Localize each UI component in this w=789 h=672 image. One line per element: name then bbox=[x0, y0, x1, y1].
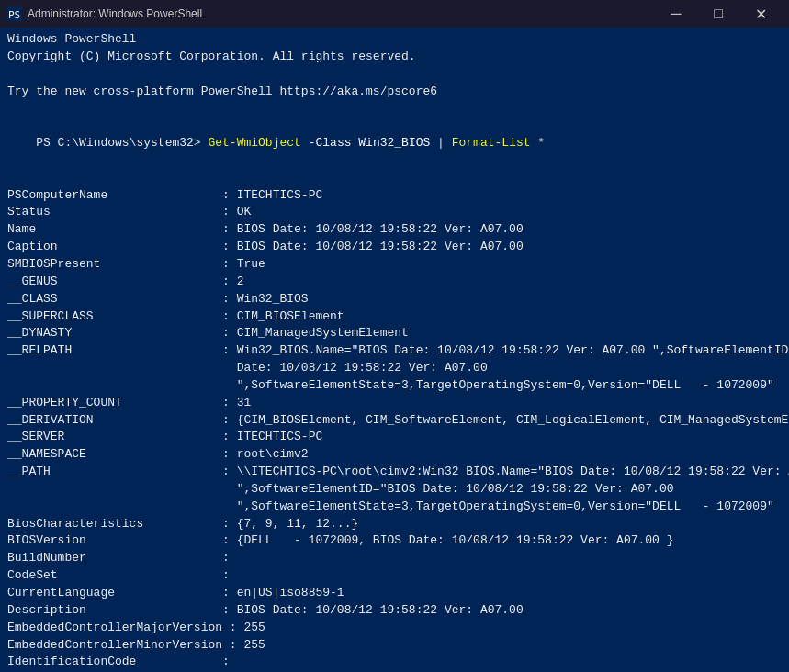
minimize-button[interactable]: ─ bbox=[655, 0, 697, 28]
output-line-10: __RELPATH : Win32_BIOS.Name="BIOS Date: … bbox=[7, 342, 782, 360]
output-line-2: Status : OK bbox=[7, 204, 782, 221]
output-line-6: __GENUS : 2 bbox=[7, 274, 782, 291]
output-line-13: __PROPERTY_COUNT : 31 bbox=[7, 395, 782, 412]
output-line-1: PSComputerName : ITECHTICS-PC bbox=[7, 187, 782, 205]
output-line-19: ",SoftwareElementState=3,TargetOperating… bbox=[7, 498, 782, 516]
output-line-23: CodeSet : bbox=[7, 567, 782, 585]
output-line-4: Caption : BIOS Date: 10/08/12 19:58:22 V… bbox=[7, 239, 782, 256]
titlebar: PS Administrator: Windows PowerShell ─ □… bbox=[0, 0, 789, 28]
output-line-15: __SERVER : ITECHTICS-PC bbox=[7, 429, 782, 446]
output-line-25: Description : BIOS Date: 10/08/12 19:58:… bbox=[7, 602, 782, 620]
output-line-17: __PATH : \\ITECHTICS-PC\root\cimv2:Win32… bbox=[7, 464, 782, 481]
svg-text:PS: PS bbox=[8, 9, 20, 21]
output-line-12: ",SoftwareElementState=3,TargetOperating… bbox=[7, 377, 782, 395]
output-line-5: SMBIOSPresent : True bbox=[7, 256, 782, 274]
output-line-7: __CLASS : Win32_BIOS bbox=[7, 291, 782, 308]
cmd-pipe: | bbox=[437, 136, 452, 150]
output-line-9: __DYNASTY : CIM_ManagedSystemElement bbox=[7, 325, 782, 342]
maximize-button[interactable]: □ bbox=[697, 0, 739, 28]
header-line-5 bbox=[7, 100, 782, 118]
powershell-icon: PS bbox=[7, 6, 22, 21]
output-line-22: BuildNumber : bbox=[7, 550, 782, 567]
output-line-0 bbox=[7, 170, 782, 187]
header-line-4: Try the new cross-platform PowerShell ht… bbox=[7, 84, 782, 101]
output-line-16: __NAMESPACE : root\cimv2 bbox=[7, 446, 782, 464]
titlebar-controls: ─ □ ✕ bbox=[655, 0, 782, 28]
output-line-8: __SUPERCLASS : CIM_BIOSElement bbox=[7, 308, 782, 326]
terminal-content: Windows PowerShell Copyright (C) Microso… bbox=[0, 28, 789, 672]
header-line-2: Copyright (C) Microsoft Corporation. All… bbox=[7, 49, 782, 66]
output-line-24: CurrentLanguage : en|US|iso8859-1 bbox=[7, 585, 782, 602]
titlebar-title: Administrator: Windows PowerShell bbox=[28, 7, 655, 20]
output-line-14: __DERIVATION : {CIM_BIOSElement, CIM_Sof… bbox=[7, 412, 782, 430]
cmd-star: * bbox=[531, 136, 546, 150]
output-container: PSComputerName : ITECHTICS-PCStatus : OK… bbox=[7, 170, 782, 672]
output-line-20: BiosCharacteristics : {7, 9, 11, 12...} bbox=[7, 516, 782, 533]
output-line-27: EmbeddedControllerMinorVersion : 255 bbox=[7, 637, 782, 655]
header-line-3 bbox=[7, 66, 782, 84]
header-line-1: Windows PowerShell bbox=[7, 31, 782, 49]
output-line-18: ",SoftwareElementID="BIOS Date: 10/08/12… bbox=[7, 481, 782, 498]
cmd-get-wmiobject: Get-WmiObject bbox=[201, 136, 301, 150]
cmd-class-flag: -Class bbox=[301, 136, 352, 150]
output-line-28: IdentificationCode : bbox=[7, 654, 782, 671]
close-button[interactable]: ✕ bbox=[739, 0, 782, 28]
output-line-11: Date: 10/08/12 19:58:22 Ver: A07.00 bbox=[7, 360, 782, 377]
cmd-format-list: Format-List bbox=[452, 136, 531, 150]
cmd-class-value: Win32_BIOS bbox=[351, 136, 437, 150]
output-line-3: Name : BIOS Date: 10/08/12 19:58:22 Ver:… bbox=[7, 221, 782, 239]
command-line: PS C:\Windows\system32> Get-WmiObject -C… bbox=[7, 118, 782, 170]
output-line-21: BIOSVersion : {DELL - 1072009, BIOS Date… bbox=[7, 532, 782, 550]
output-line-26: EmbeddedControllerMajorVersion : 255 bbox=[7, 620, 782, 637]
prompt-text: PS C:\Windows\system32> bbox=[36, 136, 200, 150]
